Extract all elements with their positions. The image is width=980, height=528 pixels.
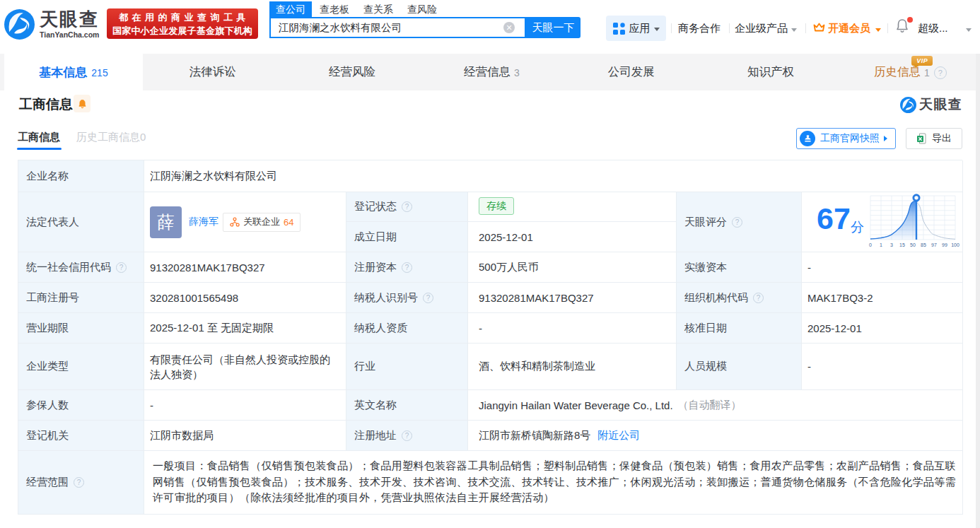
subtab-business-info[interactable]: 工商信息 [18, 131, 60, 144]
tianyancha-logo[interactable]: 天眼查 TianYanCha.com [4, 9, 99, 40]
reg-capital-value: 500万人民币 [468, 252, 677, 283]
tab-ip[interactable]: 知识产权 [701, 54, 840, 90]
search-tab-boss[interactable]: 查老板 [320, 1, 349, 17]
avatar[interactable]: 薛 [150, 206, 182, 238]
crown-icon [813, 23, 825, 33]
tab-development[interactable]: 公司发展 [561, 54, 701, 90]
tab-history[interactable]: 历史信息 1 ? VIP [841, 54, 980, 90]
tab-operation[interactable]: 经营信息 3 [422, 54, 561, 90]
export-button[interactable]: 导出 [906, 128, 962, 149]
chevron-down-icon [966, 28, 972, 32]
help-icon[interactable]: ? [402, 262, 412, 273]
nearby-companies-link[interactable]: 附近公司 [597, 429, 640, 442]
notification-badge [907, 17, 913, 23]
field-label: 法定代表人 [18, 192, 144, 252]
search-input[interactable] [271, 22, 503, 33]
help-icon[interactable]: ? [74, 477, 84, 488]
search-tab-risk[interactable]: 查风险 [407, 1, 437, 17]
nav-enterprise[interactable]: 企业级产品 [735, 16, 788, 41]
svg-text:97: 97 [931, 242, 937, 247]
field-label: 组织机构代码? [677, 283, 802, 313]
clear-search-icon[interactable]: ✕ [503, 22, 515, 33]
subtab-active-underline [17, 148, 62, 150]
svg-text:1: 1 [880, 242, 882, 247]
divider [805, 23, 806, 33]
arrow-right-icon [884, 136, 887, 141]
related-companies-button[interactable]: 关联企业 64 [223, 213, 301, 232]
divider [729, 23, 730, 33]
tyc-score-cell[interactable]: 67 分 0 1 3 [802, 192, 963, 252]
help-icon[interactable]: ? [934, 66, 947, 79]
official-snapshot-button[interactable]: 工商官网快照 [796, 128, 896, 149]
search-box: ✕ [269, 17, 526, 38]
field-label: 登记状态? [346, 192, 468, 222]
tab-basic-info[interactable]: 基本信息 215 [4, 54, 143, 90]
notification-bell-button[interactable] [895, 18, 914, 38]
reg-authority-value: 江阴市数据局 [144, 421, 346, 451]
search-tabs: 查公司 查老板 查关系 查风险 [269, 1, 451, 17]
slogan-line1: 都在用的商业查询工具 [107, 11, 258, 24]
score-distribution-chart: 0 1 3 15 50 85 97 99 100 [868, 192, 960, 249]
nav-vip[interactable]: 开通会员 [828, 16, 870, 41]
top-header: 天眼查 TianYanCha.com 都在用的商业查询工具 国家中小企业发展子基… [0, 0, 980, 54]
company-nav-tabs: 基本信息 215 法律诉讼 经营风险 经营信息 3 公司发展 知识产权 历史信息… [0, 54, 980, 90]
approval-date-value: 2025-12-01 [802, 313, 963, 344]
nav-tabs-rest: 法律诉讼 经营风险 经营信息 3 公司发展 知识产权 历史信息 1 ? VIP [143, 54, 980, 90]
apps-label: 应用 [629, 22, 651, 35]
business-info-table: 企业名称 江阴海澜之水饮料有限公司 法定代表人 薛 薛海军 关联企业 64 [18, 160, 962, 515]
taxpayer-quality-value: - [468, 313, 677, 344]
help-icon[interactable]: ? [116, 262, 127, 273]
field-label: 人员规模 [677, 344, 802, 390]
field-label: 注册资本? [346, 252, 468, 283]
help-icon[interactable]: ? [753, 293, 764, 303]
help-icon[interactable]: ? [423, 293, 433, 303]
tianyancha-logo-icon [4, 9, 35, 40]
subtab-history-info[interactable]: 历史工商信息0 [76, 131, 146, 144]
svg-text:50: 50 [910, 242, 916, 247]
chevron-down-icon [791, 28, 797, 32]
legal-rep-cell: 薛 薛海军 关联企业 64 [144, 192, 346, 252]
search-tab-relation[interactable]: 查关系 [363, 1, 393, 17]
establish-date-value: 2025-12-01 [468, 222, 677, 252]
search-tab-company[interactable]: 查公司 [269, 1, 312, 17]
search-button[interactable]: 天眼一下 [526, 17, 581, 38]
field-label: 成立日期 [346, 222, 468, 252]
svg-text:0: 0 [869, 242, 872, 247]
apps-menu-button[interactable]: 应用 [606, 16, 666, 41]
field-label: 实缴资本 [677, 252, 802, 283]
field-label: 英文名称 [346, 390, 468, 421]
score-value: 67 [817, 204, 851, 234]
nav-user[interactable]: 超级... [918, 16, 948, 41]
staff-size-value: - [802, 344, 963, 390]
help-icon[interactable]: ? [402, 201, 412, 212]
help-icon[interactable]: ? [402, 430, 412, 441]
org-code-value: MAK17BQ3-2 [802, 283, 963, 313]
auto-translate-note: （自动翻译） [678, 399, 742, 412]
svg-text:3: 3 [890, 242, 893, 247]
bell-icon [78, 99, 87, 109]
brand-slogan-banner: 都在用的商业查询工具 国家中小企业发展子基金旗下机构 [107, 8, 258, 39]
chevron-down-icon [654, 28, 660, 31]
nav-cooperation[interactable]: 商务合作 [678, 16, 721, 41]
field-label: 参保人数 [18, 390, 144, 421]
org-chart-icon [230, 217, 240, 227]
field-label: 统一社会信用代码? [18, 252, 144, 283]
help-icon[interactable]: ? [732, 217, 742, 228]
page: 天眼查 TianYanCha.com 都在用的商业查询工具 国家中小企业发展子基… [0, 0, 980, 528]
legal-rep-link[interactable]: 薛海军 [189, 216, 218, 228]
field-label: 核准日期 [677, 313, 802, 344]
logo-text: 天眼查 TianYanCha.com [40, 10, 99, 39]
field-label: 行业 [346, 344, 468, 390]
tab-legal[interactable]: 法律诉讼 [143, 54, 282, 90]
status-badge: 存续 [479, 197, 514, 215]
industry-value: 酒、饮料和精制茶制造业 [468, 344, 677, 390]
field-label: 纳税人识别号? [346, 283, 468, 313]
tab-risk[interactable]: 经营风险 [282, 54, 421, 90]
svg-text:100: 100 [951, 242, 959, 247]
scrollbar[interactable] [976, 54, 980, 528]
insured-count-value: - [144, 390, 346, 421]
subscribe-bell-button[interactable] [74, 95, 91, 112]
svg-text:15: 15 [899, 242, 905, 247]
field-label: 纳税人资质 [346, 313, 468, 344]
logo-domain: TianYanCha.com [40, 30, 99, 39]
